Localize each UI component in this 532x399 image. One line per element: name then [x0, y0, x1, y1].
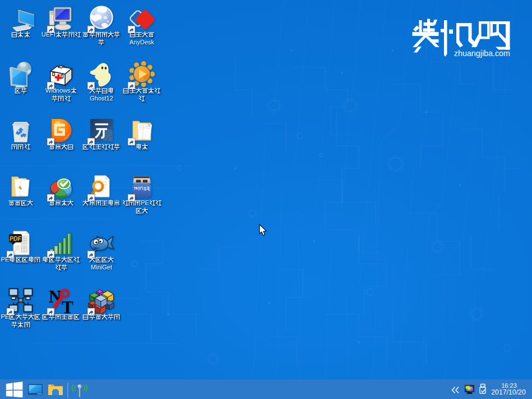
- svg-text:T: T: [62, 297, 73, 314]
- svg-text:2017/10/20: 2017/10/20: [491, 388, 526, 396]
- svg-text:zhuangjiba.com: zhuangjiba.com: [454, 49, 510, 58]
- svg-text:PDF: PDF: [10, 235, 22, 242]
